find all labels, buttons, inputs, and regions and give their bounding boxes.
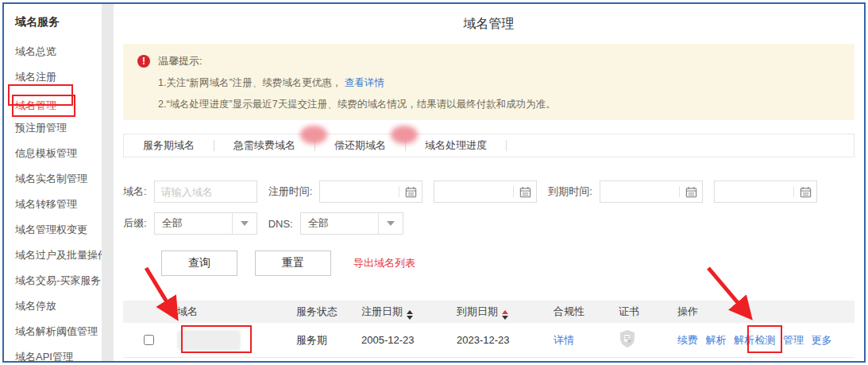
resolve-check-link[interactable]: 解析检测	[734, 334, 775, 346]
filter-form: 域名: 注册时间: 到期时间:	[123, 181, 854, 235]
app-window: 域名服务 域名总览 域名注册 域名管理 预注册管理 信息模板管理 域名实名制管理…	[0, 0, 868, 365]
resolve-link[interactable]: 解析	[706, 334, 727, 346]
sidebar-item-domain-trade-buyer[interactable]: 域名交易-买家服务▼	[15, 273, 102, 289]
service-status-cell: 服务期	[287, 323, 352, 358]
sidebar-header: 域名服务	[15, 15, 102, 29]
notice-body: 温馨提示: 1.关注“新网域名”注册、续费域名更优惠， 查看详情 2.“域名处理…	[158, 54, 556, 111]
action-row: 查询 重置 导出域名列表	[123, 250, 854, 276]
suffix-filter-label: 后缀:	[123, 216, 147, 231]
select-all-column	[123, 301, 168, 323]
sidebar-item-domain-parking[interactable]: 域名停放	[15, 298, 102, 314]
operations-cell: 续费 解析 解析检测 管理 更多	[668, 323, 854, 358]
notice-banner: ! 温馨提示: 1.关注“新网域名”注册、续费域名更优惠， 查看详情 2.“域名…	[123, 44, 854, 120]
col-compliance: 合规性	[544, 301, 609, 323]
main-content: 域名管理 ! 温馨提示: 1.关注“新网域名”注册、续费域名更优惠， 查看详情 …	[114, 4, 864, 361]
page-title: 域名管理	[123, 4, 854, 33]
notice-heading: 温馨提示:	[158, 54, 556, 68]
filter-row-1: 域名: 注册时间: 到期时间:	[123, 181, 854, 203]
sidebar-item-realname-management[interactable]: 域名实名制管理	[15, 171, 102, 187]
col-expire-date[interactable]: 到期日期	[447, 301, 544, 323]
sidebar-item-transfer-management[interactable]: 域名转移管理	[15, 196, 102, 212]
dns-select[interactable]: 全部	[300, 212, 403, 235]
renew-link[interactable]: 续费	[677, 334, 698, 346]
redacted-domain-name	[177, 330, 241, 351]
suffix-select[interactable]: 全部	[154, 212, 257, 235]
register-date-cell: 2005-12-23	[352, 323, 447, 358]
sidebar-item-info-template[interactable]: 信息模板管理	[15, 146, 102, 161]
chevron-down-icon	[387, 221, 395, 226]
sort-expire-date-icon[interactable]	[502, 310, 508, 320]
view-details-link[interactable]: 查看详情	[345, 77, 384, 88]
col-register-date[interactable]: 注册日期	[352, 301, 447, 323]
tab-redemption-period-domains[interactable]: 偿还期域名	[315, 134, 405, 157]
table-header-row: 域名 服务状态 注册日期 到期日期 合规性 证书 操作	[123, 301, 854, 323]
calendar-icon	[685, 186, 697, 198]
sidebar-item-domain-api[interactable]: 域名API管理	[15, 349, 102, 365]
expire-date-to-input[interactable]	[714, 181, 817, 203]
row-select-checkbox[interactable]	[144, 335, 154, 345]
sidebar-item-admin-rights-change[interactable]: 域名管理权变更	[15, 222, 102, 238]
filter-row-2: 后缀: 全部 DNS: 全部	[123, 212, 854, 235]
register-date-from-input[interactable]	[319, 181, 422, 203]
reset-button[interactable]: 重置	[255, 250, 331, 276]
notice-line-2: 2.“域名处理进度”显示最近7天提交注册、续费的域名情况，结果请以最终付款和成功…	[158, 97, 556, 111]
calendar-icon	[519, 186, 531, 198]
sidebar-item-preregister-management[interactable]: 预注册管理	[15, 120, 102, 136]
domain-search-input[interactable]	[154, 181, 257, 203]
calendar-icon	[405, 186, 417, 198]
tab-bar: 服务期域名 急需续费域名 偿还期域名 域名处理进度	[123, 134, 854, 157]
col-service-status: 服务状态	[287, 301, 352, 323]
calendar-icon	[800, 186, 812, 198]
tab-domain-processing-progress[interactable]: 域名处理进度	[406, 134, 506, 157]
manage-link[interactable]: 管理	[783, 334, 804, 346]
query-button[interactable]: 查询	[161, 250, 237, 276]
sidebar-item-domain-register[interactable]: 域名注册	[15, 69, 102, 85]
col-operations: 操作	[668, 301, 854, 323]
sidebar-item-domain-overview[interactable]: 域名总览	[15, 44, 102, 60]
tab-service-period-domains[interactable]: 服务期域名	[124, 134, 214, 157]
export-domain-list-link[interactable]: 导出域名列表	[353, 256, 415, 270]
sidebar-item-ownership-batch-ops[interactable]: 域名过户及批量操作	[15, 247, 102, 263]
register-time-label: 注册时间:	[268, 184, 313, 199]
notice-line-1: 1.关注“新网域名”注册、续费域名更优惠， 查看详情	[158, 76, 556, 90]
tab-urgent-renewal-domains[interactable]: 急需续费域名	[214, 134, 314, 157]
register-date-to-input[interactable]	[434, 181, 537, 203]
expire-time-label: 到期时间:	[548, 184, 592, 199]
expire-date-from-input[interactable]	[600, 181, 703, 203]
sidebar-item-dns-threshold[interactable]: 域名解析阈值管理	[15, 324, 102, 340]
scrollbar-track[interactable]	[102, 4, 114, 361]
alert-icon: !	[137, 55, 150, 68]
certificate-shield-icon[interactable]	[619, 329, 636, 348]
col-certificate: 证书	[609, 301, 668, 323]
col-domain: 域名	[168, 301, 287, 323]
sort-register-date-icon[interactable]	[407, 310, 413, 320]
console-frame: 域名服务 域名总览 域名注册 域名管理 预注册管理 信息模板管理 域名实名制管理…	[2, 2, 866, 363]
compliance-details-link[interactable]: 详情	[554, 334, 574, 346]
table-row: 服务期 2005-12-23 2023-12-23 详情	[123, 323, 854, 358]
expire-date-cell: 2023-12-23	[447, 323, 544, 358]
domain-table: 域名 服务状态 注册日期 到期日期 合规性 证书 操作 服务期 2005-1	[123, 301, 854, 358]
domain-filter-label: 域名:	[123, 184, 147, 199]
tab-divider	[506, 140, 507, 151]
chevron-down-icon	[241, 221, 249, 226]
sidebar: 域名服务 域名总览 域名注册 域名管理 预注册管理 信息模板管理 域名实名制管理…	[4, 4, 102, 361]
dns-filter-label: DNS:	[268, 218, 293, 230]
more-link[interactable]: 更多	[812, 334, 832, 346]
sidebar-item-domain-management[interactable]: 域名管理	[15, 95, 102, 111]
